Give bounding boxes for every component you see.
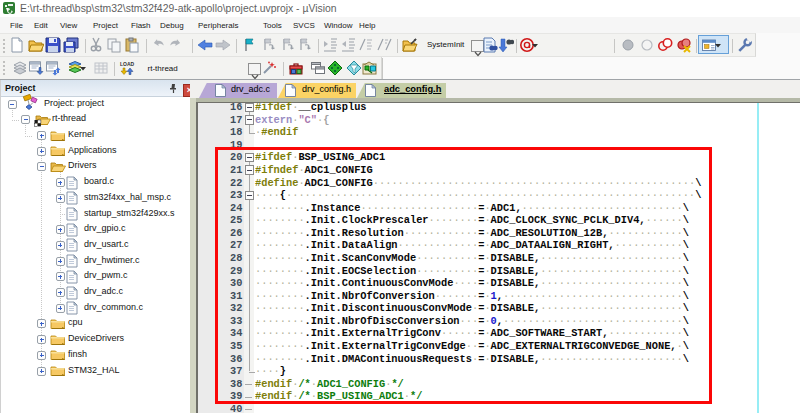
svg-text:LOAD: LOAD [120,61,135,67]
